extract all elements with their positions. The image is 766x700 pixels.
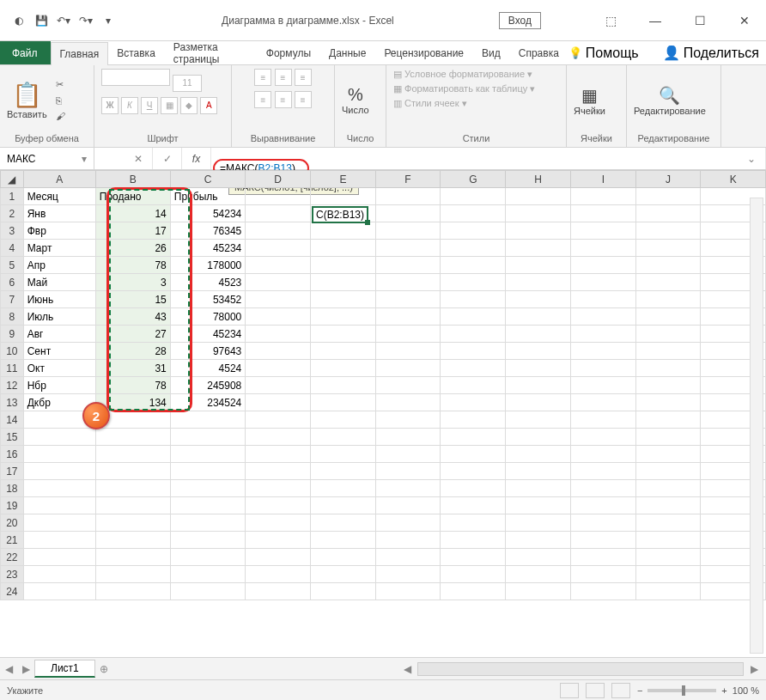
cell[interactable] [170, 532, 246, 549]
select-all-corner[interactable]: ◢ [1, 171, 24, 188]
cell[interactable] [375, 377, 441, 394]
cell[interactable] [635, 343, 701, 360]
sheet-nav-next-icon[interactable]: ▶ [17, 663, 34, 675]
cell[interactable] [170, 566, 246, 583]
cell[interactable] [635, 549, 701, 566]
cell[interactable] [506, 188, 571, 205]
cell[interactable] [311, 583, 376, 600]
cell[interactable] [246, 291, 311, 308]
cell[interactable] [23, 480, 95, 497]
cell[interactable] [571, 463, 636, 480]
column-header-K[interactable]: K [701, 171, 766, 188]
cell[interactable] [635, 240, 701, 257]
fill-color-button[interactable]: ◆ [180, 97, 198, 114]
cell[interactable] [246, 308, 311, 326]
cell[interactable] [311, 257, 376, 274]
cell[interactable] [506, 360, 571, 377]
cell[interactable] [311, 188, 376, 205]
column-header-I[interactable]: I [571, 171, 636, 188]
cell[interactable]: 3 [95, 274, 170, 291]
cell-styles-label[interactable]: Стили ячеек [404, 98, 459, 108]
cell[interactable] [571, 291, 636, 308]
column-header-D[interactable]: D [246, 171, 311, 188]
cell[interactable] [441, 205, 506, 222]
cell[interactable] [635, 394, 701, 411]
cell[interactable] [571, 480, 636, 497]
tab-home[interactable]: Главная [51, 42, 109, 65]
cell[interactable] [441, 394, 506, 411]
name-box-input[interactable] [7, 153, 67, 165]
cell[interactable] [375, 411, 441, 429]
cell[interactable] [635, 222, 701, 240]
row-header[interactable]: 19 [1, 497, 24, 514]
cell[interactable] [311, 343, 376, 360]
cell[interactable] [506, 549, 571, 566]
view-page-break-icon[interactable] [611, 683, 630, 698]
cut-icon[interactable]: ✂ [56, 79, 65, 90]
paste-label[interactable]: Вставить [7, 109, 47, 119]
row-header[interactable]: 22 [1, 549, 24, 566]
zoom-in-icon[interactable]: + [721, 685, 726, 696]
minimize-icon[interactable]: — [641, 11, 670, 30]
cell[interactable] [311, 463, 376, 480]
cell[interactable] [441, 274, 506, 291]
cell[interactable]: 14 [95, 205, 170, 222]
align-bottom-button[interactable]: ≡ [295, 69, 312, 86]
cell[interactable] [246, 497, 311, 514]
cell[interactable] [246, 360, 311, 377]
cell[interactable] [571, 205, 636, 222]
cell[interactable] [375, 480, 441, 497]
cell[interactable] [571, 514, 636, 532]
cell[interactable] [311, 429, 376, 446]
cell[interactable] [246, 394, 311, 411]
cell[interactable] [95, 549, 170, 566]
cell[interactable] [441, 343, 506, 360]
cell[interactable] [506, 497, 571, 514]
format-as-table-label[interactable]: Форматировать как таблицу [404, 83, 527, 94]
cell[interactable] [441, 360, 506, 377]
cell[interactable]: 76345 [170, 222, 246, 240]
tab-help[interactable]: Справка [510, 41, 568, 64]
row-header[interactable]: 2 [1, 205, 24, 222]
cell[interactable] [23, 532, 95, 549]
cell[interactable] [506, 514, 571, 532]
cell[interactable] [246, 240, 311, 257]
cancel-formula-button[interactable]: ✕ [124, 148, 153, 169]
cell[interactable] [441, 446, 506, 463]
view-page-layout-icon[interactable] [586, 683, 605, 698]
cell[interactable] [571, 188, 636, 205]
cell[interactable] [246, 343, 311, 360]
cell[interactable] [23, 463, 95, 480]
cell[interactable] [311, 446, 376, 463]
cell[interactable] [375, 360, 441, 377]
cell[interactable] [23, 514, 95, 532]
cell[interactable] [246, 463, 311, 480]
cell[interactable] [506, 532, 571, 549]
cell[interactable] [170, 583, 246, 600]
cell[interactable] [506, 240, 571, 257]
cell[interactable] [23, 566, 95, 583]
cell[interactable] [311, 480, 376, 497]
cell[interactable] [311, 411, 376, 429]
cell[interactable] [441, 566, 506, 583]
copy-icon[interactable]: ⎘ [56, 95, 65, 106]
cell[interactable] [506, 429, 571, 446]
cell[interactable] [441, 222, 506, 240]
cell[interactable] [246, 480, 311, 497]
cell[interactable] [441, 188, 506, 205]
autosave-icon[interactable]: ◐ [10, 12, 27, 29]
cell[interactable] [441, 549, 506, 566]
save-icon[interactable]: 💾 [33, 12, 50, 29]
cell[interactable] [311, 549, 376, 566]
cell[interactable] [375, 514, 441, 532]
editing-label[interactable]: Редактирование [634, 106, 706, 116]
cell[interactable] [170, 497, 246, 514]
cell[interactable] [441, 291, 506, 308]
share-label[interactable]: Поделиться [684, 46, 759, 61]
cell[interactable] [635, 360, 701, 377]
cell[interactable]: Сент [23, 343, 95, 360]
cell[interactable]: Июль [23, 308, 95, 326]
cell[interactable] [571, 222, 636, 240]
align-right-button[interactable]: ≡ [295, 91, 312, 108]
cell[interactable]: Апр [23, 257, 95, 274]
